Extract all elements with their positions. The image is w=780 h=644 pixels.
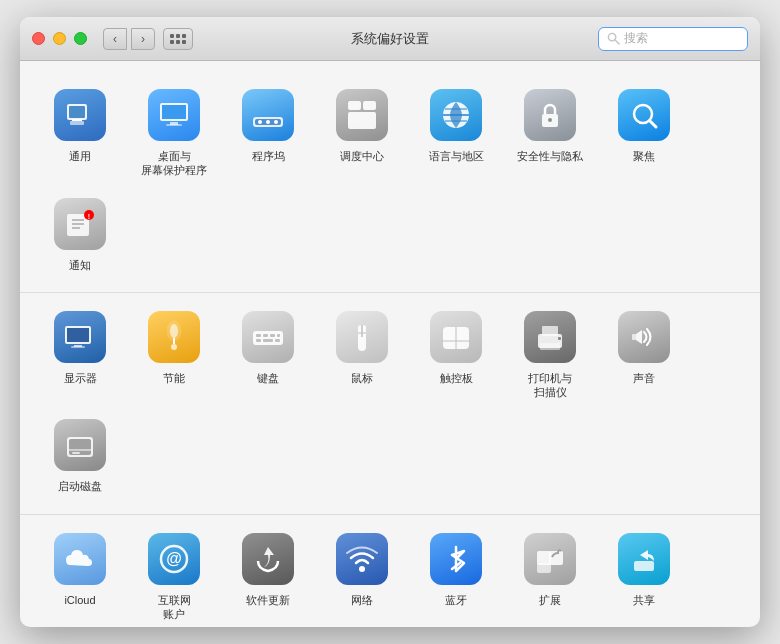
- item-general[interactable]: 通用: [36, 81, 124, 184]
- item-icloud[interactable]: iCloud: [36, 525, 124, 627]
- svg-point-37: [170, 324, 178, 338]
- svg-rect-35: [71, 346, 85, 348]
- search-placeholder: 搜索: [624, 30, 648, 47]
- icon-internet: @: [146, 531, 202, 587]
- icon-trackpad: [428, 309, 484, 365]
- icon-general: [52, 87, 108, 143]
- icon-bluetooth: [428, 531, 484, 587]
- item-energy[interactable]: 节能: [130, 303, 218, 406]
- nav-buttons: ‹ ›: [103, 28, 155, 50]
- item-printer[interactable]: 打印机与扫描仪: [506, 303, 594, 406]
- icon-network: [334, 531, 390, 587]
- icon-sound: [616, 309, 672, 365]
- svg-rect-46: [263, 339, 273, 342]
- svg-rect-40: [253, 331, 283, 345]
- label-trackpad: 触控板: [440, 371, 473, 385]
- label-share: 共享: [633, 593, 655, 607]
- personal-grid: 通用 桌面与屏幕保护程序: [36, 81, 744, 278]
- item-startup[interactable]: 启动磁盘: [36, 411, 124, 499]
- svg-rect-56: [558, 337, 561, 340]
- hardware-grid: 显示器 节能: [36, 303, 744, 500]
- icon-display: [52, 309, 108, 365]
- icon-extensions: [522, 531, 578, 587]
- svg-rect-61: [72, 452, 80, 454]
- item-mission[interactable]: 调度中心: [318, 81, 406, 184]
- content-area: 通用 桌面与屏幕保护程序: [20, 61, 760, 627]
- icon-mission: [334, 87, 390, 143]
- item-display[interactable]: 显示器: [36, 303, 124, 406]
- svg-rect-17: [348, 112, 376, 129]
- svg-rect-44: [277, 334, 280, 337]
- svg-point-23: [548, 118, 552, 122]
- svg-rect-54: [542, 326, 558, 336]
- maximize-button[interactable]: [74, 32, 87, 45]
- label-energy: 节能: [163, 371, 185, 385]
- svg-rect-5: [70, 121, 84, 125]
- icon-printer: [522, 309, 578, 365]
- icon-mouse: [334, 309, 390, 365]
- label-extensions: 扩展: [539, 593, 561, 607]
- show-all-button[interactable]: [163, 28, 193, 50]
- close-button[interactable]: [32, 32, 45, 45]
- icon-energy: [146, 309, 202, 365]
- item-focus[interactable]: 聚焦: [600, 81, 688, 184]
- label-internet: 互联网账户: [158, 593, 191, 622]
- search-box[interactable]: 搜索: [598, 27, 748, 51]
- item-security[interactable]: 安全性与隐私: [506, 81, 594, 184]
- item-appstore[interactable]: 程序坞: [224, 81, 312, 184]
- item-network[interactable]: 网络: [318, 525, 406, 627]
- svg-rect-3: [69, 106, 85, 118]
- label-general: 通用: [69, 149, 91, 163]
- forward-button[interactable]: ›: [131, 28, 155, 50]
- item-extensions[interactable]: 扩展: [506, 525, 594, 627]
- label-display: 显示器: [64, 371, 97, 385]
- label-update: 软件更新: [246, 593, 290, 607]
- svg-point-13: [266, 120, 270, 124]
- label-sound: 声音: [633, 371, 655, 385]
- section-hardware: 显示器 节能: [20, 293, 760, 515]
- svg-rect-9: [166, 124, 182, 126]
- label-lang: 语言与地区: [429, 149, 484, 163]
- svg-rect-55: [540, 343, 560, 350]
- svg-text:@: @: [166, 550, 182, 567]
- item-lang[interactable]: 语言与地区: [412, 81, 500, 184]
- grid-icon: [170, 34, 186, 44]
- item-notify[interactable]: ! 通知: [36, 190, 124, 278]
- icon-update: [240, 531, 296, 587]
- item-share[interactable]: 共享: [600, 525, 688, 627]
- svg-rect-43: [270, 334, 275, 337]
- item-internet[interactable]: @ 互联网账户: [130, 525, 218, 627]
- svg-rect-41: [256, 334, 261, 337]
- label-desktop: 桌面与屏幕保护程序: [141, 149, 207, 178]
- item-mouse[interactable]: 鼠标: [318, 303, 406, 406]
- item-bluetooth[interactable]: 蓝牙: [412, 525, 500, 627]
- icon-icloud: [52, 531, 108, 587]
- icon-desktop: [146, 87, 202, 143]
- svg-point-0: [608, 33, 615, 40]
- item-update[interactable]: 软件更新: [224, 525, 312, 627]
- window-title: 系统偏好设置: [351, 30, 429, 48]
- svg-rect-16: [363, 101, 376, 110]
- item-desktop[interactable]: 桌面与屏幕保护程序: [130, 81, 218, 184]
- titlebar: ‹ › 系统偏好设置 搜索: [20, 17, 760, 61]
- svg-rect-57: [632, 334, 636, 340]
- svg-rect-65: [537, 551, 551, 565]
- icon-share: [616, 531, 672, 587]
- svg-text:!: !: [88, 213, 90, 220]
- label-startup: 启动磁盘: [58, 479, 102, 493]
- item-keyboard[interactable]: 键盘: [224, 303, 312, 406]
- item-sound[interactable]: 声音: [600, 303, 688, 406]
- svg-rect-45: [256, 339, 261, 342]
- minimize-button[interactable]: [53, 32, 66, 45]
- label-appstore: 程序坞: [252, 149, 285, 163]
- system-preferences-window: ‹ › 系统偏好设置 搜索: [20, 17, 760, 627]
- traffic-lights: [32, 32, 87, 45]
- svg-rect-67: [537, 563, 551, 573]
- svg-rect-68: [634, 561, 654, 571]
- label-focus: 聚焦: [633, 149, 655, 163]
- svg-rect-42: [263, 334, 268, 337]
- label-printer: 打印机与扫描仪: [528, 371, 572, 400]
- label-icloud: iCloud: [64, 593, 95, 607]
- back-button[interactable]: ‹: [103, 28, 127, 50]
- item-trackpad[interactable]: 触控板: [412, 303, 500, 406]
